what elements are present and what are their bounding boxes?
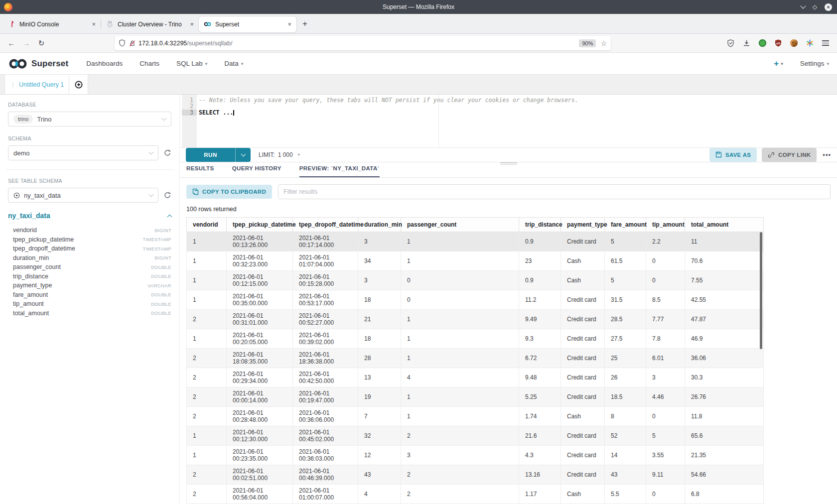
table-row[interactable]: 12021-06-01 00:35:00.0002021-06-01 00:53… [187, 290, 764, 310]
table-cell: 7.8 [646, 329, 685, 349]
refresh-schemas-icon[interactable] [163, 149, 171, 157]
collapse-chevron-up-icon[interactable] [167, 214, 172, 219]
table-cell: 2021-06-01 18:08:35.000 [227, 349, 293, 368]
extension-green-icon[interactable] [759, 39, 766, 47]
table-header-cell[interactable]: tpep_dropoff_datetime [293, 218, 358, 232]
table-header-cell[interactable]: trip_distance [519, 218, 561, 232]
schema-select-value: demo [13, 149, 145, 157]
tab-close-icon[interactable]: × [190, 20, 194, 28]
column-type: BIGINT [155, 228, 171, 233]
table-header-cell[interactable]: payment_type [561, 218, 605, 232]
column-type: DOUBLE [151, 273, 171, 279]
run-dropdown-button[interactable] [236, 148, 251, 162]
database-select[interactable]: trino Trino [8, 112, 171, 126]
copy-link-button[interactable]: COPY LINK [762, 148, 817, 162]
window-close-icon[interactable]: × [825, 3, 832, 11]
table-cell: 11 [685, 232, 764, 252]
add-query-tab-button[interactable] [69, 75, 88, 94]
table-row[interactable]: 12021-06-01 00:12:15.0002021-06-01 00:15… [187, 271, 764, 290]
new-item-button[interactable]: +▾ [774, 59, 783, 69]
table-schema-title[interactable]: ny_taxi_data [8, 212, 168, 220]
table-row[interactable]: 22021-06-01 00:56:04.0002021-06-01 01:00… [187, 485, 764, 504]
nav-item-data[interactable]: Data▾ [224, 60, 243, 67]
nav-item-charts[interactable]: Charts [140, 60, 159, 67]
tab-close-icon[interactable]: × [287, 20, 291, 28]
back-icon[interactable]: ← [4, 39, 19, 47]
nav-item-dashboards[interactable]: Dashboards [86, 60, 123, 67]
tab-close-icon[interactable]: × [92, 20, 96, 28]
limit-dropdown[interactable]: LIMIT: 1 000 ▾ [259, 151, 300, 158]
url-bar[interactable]: 172.18.0.4:32295/superset/sqllab/ 90% ☆ [115, 36, 611, 50]
table-row[interactable]: 22021-06-01 00:00:14.0002021-06-01 00:19… [187, 387, 764, 407]
table-row[interactable]: 22021-06-01 00:28:48.0002021-06-01 00:36… [187, 407, 764, 426]
bookmark-star-icon[interactable]: ☆ [600, 39, 607, 47]
tab-results[interactable]: RESULTS [186, 165, 214, 177]
table-cell: 9.49 [519, 310, 561, 329]
copy-to-clipboard-button[interactable]: COPY TO CLIPBOARD [186, 185, 272, 199]
ublock-origin-icon[interactable]: uO [775, 39, 782, 47]
table-cell: 4 [358, 485, 401, 504]
drag-handle-icon[interactable]: ⋮ [10, 81, 15, 88]
multicolor-extension-icon[interactable] [806, 39, 814, 47]
sql-comment-line: -- Note: Unless you save your query, the… [199, 97, 578, 104]
refresh-tables-icon[interactable] [163, 191, 171, 199]
insecure-lock-icon[interactable] [129, 40, 136, 47]
filter-results-input[interactable] [278, 184, 831, 199]
table-scrollbar[interactable] [760, 232, 762, 349]
table-select[interactable]: ny_taxi_data [8, 188, 158, 203]
forward-icon[interactable]: → [19, 39, 34, 47]
downloads-icon[interactable] [743, 39, 750, 47]
table-header-cell[interactable]: total_amount [685, 218, 764, 232]
table-row[interactable]: 22021-06-01 00:02:51.0002021-06-01 00:46… [187, 465, 764, 485]
superset-logo[interactable]: Superset [8, 58, 68, 70]
table-cell: 6.72 [519, 349, 561, 368]
table-header-cell[interactable]: fare_amount [605, 218, 646, 232]
table-row[interactable]: 12021-06-01 00:32:23.0002021-06-01 01:07… [187, 252, 764, 271]
window-maximize-icon[interactable]: ◇ [813, 4, 817, 10]
column-name: fare_amount [13, 291, 151, 298]
cookie-extension-icon[interactable] [790, 39, 798, 47]
table-header-cell[interactable]: tip_amount [646, 218, 685, 232]
save-as-button[interactable]: SAVE AS [709, 148, 757, 162]
table-row[interactable]: 22021-06-01 00:29:34.0002021-06-01 00:42… [187, 368, 764, 387]
rows-returned-text: 100 rows returned [186, 206, 831, 213]
browser-tab-trino[interactable]: Cluster Overview - Trino × [101, 16, 199, 32]
menu-hamburger-icon[interactable] [822, 40, 829, 46]
line-number-active: 3 [182, 110, 197, 116]
table-header-cell[interactable]: duration_min [358, 218, 401, 232]
column-type: DOUBLE [151, 264, 171, 270]
table-header-cell[interactable]: tpep_pickup_datetime [227, 218, 293, 232]
table-cell: 0.9 [519, 271, 561, 290]
query-tab-active[interactable]: ⋮ Untitled Query 1 × [4, 75, 69, 94]
tab-title: Cluster Overview - Trino [118, 21, 186, 28]
schema-column-row: payment_typeVARCHAR [8, 281, 171, 290]
table-header-cell[interactable]: vendorid [187, 218, 227, 232]
table-row[interactable]: 12021-06-01 00:20:05.0002021-06-01 00:39… [187, 329, 764, 349]
browser-tab-superset[interactable]: Superset × [199, 16, 296, 32]
zoom-level-badge[interactable]: 90% [579, 39, 596, 47]
table-cell: 5.25 [519, 387, 561, 407]
settings-menu[interactable]: Settings▾ [800, 60, 829, 67]
browser-tab-minio[interactable]: MinIO Console × [3, 16, 101, 32]
table-row[interactable]: 12021-06-01 00:13:26.0002021-06-01 00:17… [187, 232, 764, 252]
table-cell: 2021-06-01 00:31:01.000 [227, 310, 293, 329]
reload-icon[interactable]: ↻ [34, 39, 49, 48]
table-row[interactable]: 12021-06-01 00:23:35.0002021-06-01 00:36… [187, 446, 764, 465]
column-name: duration_min [13, 254, 155, 261]
table-row[interactable]: 12021-06-01 00:12:30.0002021-06-01 00:45… [187, 426, 764, 446]
more-actions-button[interactable]: ••• [823, 151, 831, 158]
sql-code-editor[interactable]: 1 2 3 -- Note: Unless you save your quer… [180, 95, 837, 148]
tab-preview-table[interactable]: PREVIEW: `NY_TAXI_DATA` [299, 165, 380, 177]
table-header-cell[interactable]: passenger_count [401, 218, 519, 232]
nav-item-sql-lab[interactable]: SQL Lab▾ [176, 60, 207, 67]
pocket-shield-icon[interactable] [727, 39, 734, 47]
table-cell: Credit card [561, 290, 605, 310]
window-minimize-icon[interactable] [800, 3, 806, 8]
table-row[interactable]: 22021-06-01 18:08:35.0002021-06-01 18:36… [187, 349, 764, 368]
table-row[interactable]: 22021-06-01 00:31:01.0002021-06-01 00:52… [187, 310, 764, 329]
new-tab-button[interactable]: + [302, 19, 307, 29]
tab-query-history[interactable]: QUERY HISTORY [232, 165, 281, 177]
run-button[interactable]: RUN [186, 148, 236, 162]
schema-select[interactable]: demo [8, 145, 158, 160]
tracking-shield-icon[interactable] [119, 39, 126, 47]
